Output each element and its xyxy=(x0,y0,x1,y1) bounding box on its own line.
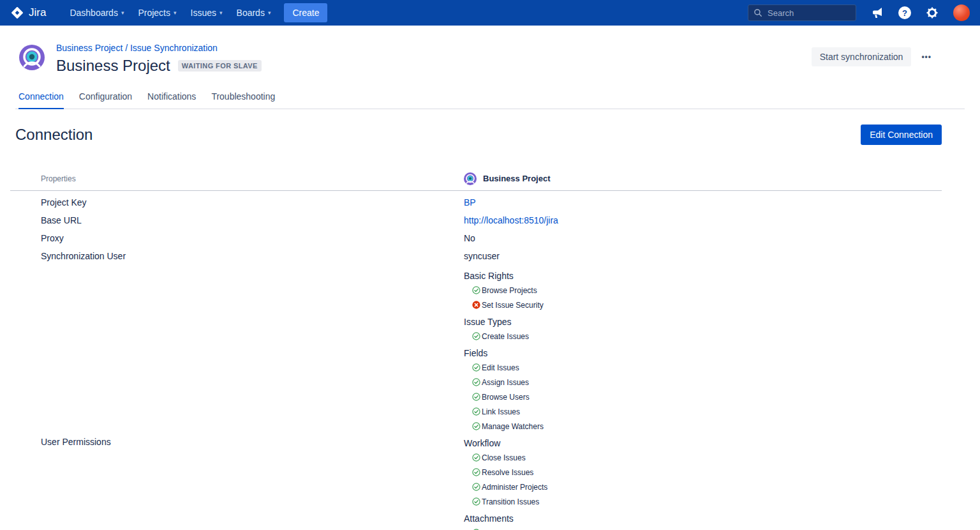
nav-menu-label: Projects xyxy=(138,8,170,18)
permission-item: Administer Projects xyxy=(464,480,942,494)
table-row: Synchronization User syncuser xyxy=(10,247,942,265)
tab-notifications[interactable]: Notifications xyxy=(147,91,196,109)
granted-check-icon xyxy=(471,453,480,462)
nav-menu-issues[interactable]: Issues ▾ xyxy=(184,4,230,22)
more-actions-button[interactable]: ••• xyxy=(917,48,935,66)
project-column-title: Business Project xyxy=(483,174,551,183)
search-input[interactable] xyxy=(766,8,850,19)
project-avatar xyxy=(19,45,45,70)
create-button[interactable]: Create xyxy=(284,3,327,22)
table-rows: Project Key BP Base URL http://localhost… xyxy=(10,191,942,530)
permission-group: Issue Types Create Issues xyxy=(464,316,942,344)
permission-label: Create Issues xyxy=(482,332,529,341)
section-title: Connection xyxy=(15,126,93,144)
permission-item: Browse Users xyxy=(464,390,942,404)
permission-item: Transition Issues xyxy=(464,494,942,509)
permission-item: Assign Issues xyxy=(464,375,942,390)
section-header: Connection Edit Connection xyxy=(15,125,942,145)
nav-menu-label: Boards xyxy=(237,8,265,18)
permission-group: Fields Edit Issues Assign Issues Browse … xyxy=(464,347,942,434)
table-row: Base URL http://localhost:8510/jira xyxy=(10,211,942,229)
permission-item: Close Issues xyxy=(464,450,942,465)
table-header: Properties Business Project xyxy=(10,169,942,191)
property-label: Project Key xyxy=(10,197,464,208)
property-label: Proxy xyxy=(10,233,464,243)
permission-group: Attachments Create Attachments xyxy=(464,513,942,530)
chevron-down-icon: ▾ xyxy=(268,10,271,16)
granted-check-icon xyxy=(471,468,480,477)
permission-item: Create Issues xyxy=(464,329,942,344)
permission-item: Resolve Issues xyxy=(464,465,942,480)
top-navbar: Jira Dashboards ▾ Projects ▾ Issues ▾ Bo… xyxy=(0,0,980,26)
project-key-value[interactable]: BP xyxy=(464,197,476,208)
user-avatar[interactable] xyxy=(953,4,970,21)
tab-configuration[interactable]: Configuration xyxy=(79,91,132,109)
granted-check-icon xyxy=(471,407,480,416)
permission-item: Create Attachments xyxy=(464,526,942,530)
granted-check-icon xyxy=(471,332,480,341)
property-label: Synchronization User xyxy=(10,251,464,261)
granted-check-icon xyxy=(471,286,480,295)
gear-icon[interactable] xyxy=(925,6,939,20)
properties-column-header: Properties xyxy=(10,174,464,183)
permission-item: Edit Issues xyxy=(464,360,942,375)
page-title: Business Project xyxy=(56,57,170,75)
proxy-value: No xyxy=(464,233,475,243)
user-permissions-list: Basic Rights Browse Projects Set Issue S… xyxy=(464,265,942,530)
permission-item: Browse Projects xyxy=(464,283,942,298)
granted-check-icon xyxy=(471,497,480,506)
header-actions: Start synchronization ••• xyxy=(812,42,935,66)
search-box[interactable] xyxy=(748,4,856,21)
permission-label: Resolve Issues xyxy=(482,468,533,477)
nav-menu-label: Dashboards xyxy=(70,8,118,18)
permission-group: Basic Rights Browse Projects Set Issue S… xyxy=(464,270,942,312)
permission-group-name: Workflow xyxy=(464,437,942,449)
permission-label: Browse Users xyxy=(482,393,530,402)
project-avatar-small xyxy=(464,172,477,185)
title-block: Business Project / Issue Synchronization… xyxy=(56,42,262,75)
brand-name: Jira xyxy=(29,6,46,19)
permission-item: Link Issues xyxy=(464,404,942,419)
permission-item: Manage Watchers xyxy=(464,419,942,434)
jira-logo[interactable]: Jira xyxy=(10,6,46,20)
denied-cross-icon xyxy=(471,301,480,310)
tab-connection[interactable]: Connection xyxy=(19,91,64,109)
edit-connection-button[interactable]: Edit Connection xyxy=(861,125,942,145)
permission-label: Assign Issues xyxy=(482,378,529,387)
chevron-down-icon: ▾ xyxy=(219,10,223,16)
permission-label: Browse Projects xyxy=(482,286,537,295)
user-permissions-row: User Permissions Basic Rights Browse Pro… xyxy=(10,265,942,530)
permission-label: Manage Watchers xyxy=(482,422,544,431)
permission-group: Workflow Close Issues Resolve Issues Adm… xyxy=(464,437,942,509)
permission-label: Set Issue Security xyxy=(482,301,544,310)
search-icon xyxy=(754,8,762,17)
sync-user-value: syncuser xyxy=(464,251,500,261)
breadcrumb[interactable]: Business Project / Issue Synchronization xyxy=(56,42,262,54)
status-badge: WAITING FOR SLAVE xyxy=(178,60,262,72)
granted-check-icon xyxy=(471,363,480,372)
permission-group-name: Attachments xyxy=(464,513,942,524)
nav-menu-boards[interactable]: Boards ▾ xyxy=(230,4,278,22)
nav-menu-dashboards[interactable]: Dashboards ▾ xyxy=(63,4,131,22)
permission-label: Close Issues xyxy=(482,453,526,462)
tab-bar: Connection Configuration Notifications T… xyxy=(15,91,965,109)
start-synchronization-button[interactable]: Start synchronization xyxy=(812,47,912,66)
granted-check-icon xyxy=(471,393,480,402)
navbar-right: ? xyxy=(748,4,970,21)
page-header: Business Project / Issue Synchronization… xyxy=(0,26,980,75)
project-column-header: Business Project xyxy=(464,172,942,185)
base-url-link[interactable]: http://localhost:8510/jira xyxy=(464,215,558,225)
nav-menu-projects[interactable]: Projects ▾ xyxy=(131,4,183,22)
permission-group-name: Issue Types xyxy=(464,316,942,328)
property-label: User Permissions xyxy=(10,265,464,448)
tab-troubleshooting[interactable]: Troubleshooting xyxy=(211,91,275,109)
property-label: Base URL xyxy=(10,215,464,225)
announcement-icon[interactable] xyxy=(870,6,884,20)
granted-check-icon xyxy=(471,378,480,387)
table-row: Proxy No xyxy=(10,229,942,247)
table-row: Project Key BP xyxy=(10,193,942,211)
connection-table: Properties Business Project Project Key … xyxy=(10,169,942,530)
permission-group-name: Fields xyxy=(464,347,942,359)
permission-item: Set Issue Security xyxy=(464,298,942,312)
help-icon[interactable]: ? xyxy=(898,6,911,19)
